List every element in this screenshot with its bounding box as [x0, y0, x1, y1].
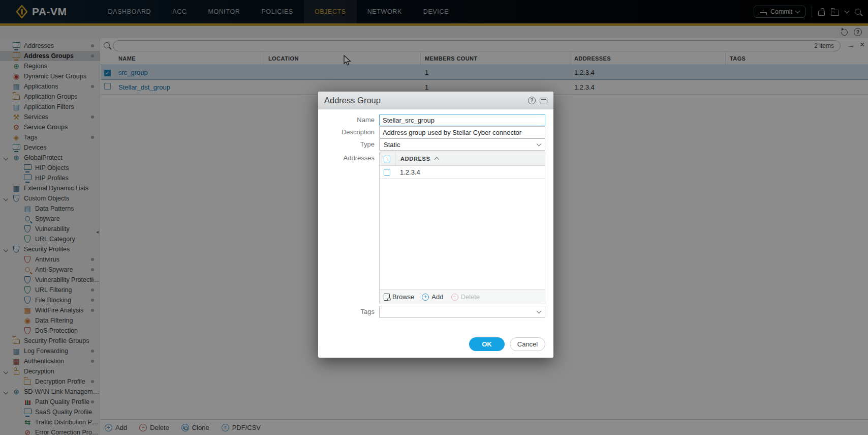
type-value: Static — [384, 141, 400, 149]
address-value: 1.2.3.4 — [400, 168, 420, 176]
action-label: Browse — [392, 293, 414, 301]
dialog-help-icon[interactable]: ? — [528, 97, 536, 104]
minus-circle-icon: − — [451, 294, 458, 301]
address-row[interactable]: 1.2.3.4 — [380, 166, 545, 179]
action-label: Delete — [461, 293, 480, 301]
address-column-header[interactable]: ADDRESS — [400, 156, 430, 162]
name-field[interactable] — [379, 114, 545, 126]
pa-vm-window: PA-VM DASHBOARDACCMONITORPOLICIESOBJECTS… — [0, 0, 868, 435]
type-row: Type Static — [318, 138, 545, 151]
chevron-down-icon — [537, 309, 542, 314]
addresses-label-row: Addresses — [318, 152, 379, 165]
delete-address-button: −Delete — [451, 293, 480, 301]
addresses-table: ADDRESS 1.2.3.4 Browse+Add−Delete — [379, 152, 545, 304]
dialog-maximize-icon[interactable] — [540, 98, 547, 103]
type-select[interactable]: Static — [379, 138, 545, 151]
name-row: Name — [318, 114, 545, 126]
cancel-button[interactable]: Cancel — [510, 337, 545, 351]
addresses-actions: Browse+Add−Delete — [380, 289, 545, 304]
addresses-label: Addresses — [318, 152, 379, 165]
dialog-title: Address Group — [324, 96, 381, 105]
tags-select[interactable] — [379, 306, 545, 318]
browse-address-button[interactable]: Browse — [384, 293, 414, 301]
description-label: Description — [318, 126, 379, 138]
sort-asc-icon — [434, 157, 439, 162]
browse-icon — [384, 294, 390, 301]
select-all-cell — [380, 152, 395, 165]
description-row: Description — [318, 126, 545, 138]
addresses-empty-area — [380, 179, 545, 289]
address-group-dialog: Address Group ? Name Description Type St… — [318, 92, 553, 358]
dialog-header: Address Group ? — [318, 92, 553, 109]
description-field[interactable] — [379, 126, 545, 138]
addresses-rows: 1.2.3.4 — [380, 166, 545, 179]
addresses-table-header: ADDRESS — [380, 152, 545, 166]
add-address-button[interactable]: +Add — [422, 293, 443, 301]
tags-row: Tags — [318, 306, 545, 318]
action-label: Add — [431, 293, 443, 301]
address-checkbox[interactable] — [384, 169, 390, 176]
name-label: Name — [318, 114, 379, 126]
chevron-down-icon — [537, 141, 542, 147]
plus-circle-icon: + — [422, 294, 429, 301]
tags-label: Tags — [318, 306, 379, 318]
select-all-checkbox[interactable] — [384, 156, 390, 162]
ok-button[interactable]: OK — [469, 337, 505, 351]
type-label: Type — [318, 138, 379, 151]
